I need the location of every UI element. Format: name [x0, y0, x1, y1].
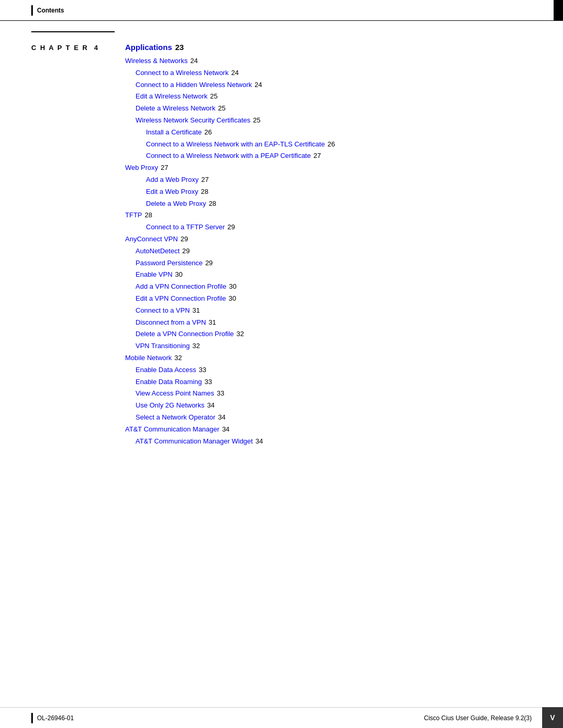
toc-link-6[interactable]: Install a Certificate — [146, 127, 202, 138]
toc-page-21: 31 — [192, 305, 200, 316]
toc-item-23: Delete a VPN Connection Profile32 — [125, 329, 532, 340]
toc-page-32: 34 — [255, 436, 263, 447]
toc-item-7: Connect to a Wireless Network with an EA… — [125, 139, 532, 150]
toc-item-18: Enable VPN30 — [125, 269, 532, 280]
toc-link-29[interactable]: Use Only 2G Networks — [136, 400, 204, 411]
toc-page-4: 25 — [218, 103, 225, 114]
footer-ol-number: OL-26946-01 — [37, 714, 74, 722]
toc-page-18: 30 — [175, 269, 182, 280]
toc-page-11: 28 — [201, 187, 208, 198]
header-contents-label: Contents — [37, 7, 64, 14]
toc-page-9: 27 — [161, 163, 168, 174]
toc-link-26[interactable]: Enable Data Access — [136, 365, 196, 376]
toc-link-22[interactable]: Disconnect from a VPN — [136, 317, 206, 328]
toc-link-16[interactable]: AutoNetDetect — [136, 246, 180, 257]
toc-item-0: Wireless & Networks24 — [125, 56, 532, 67]
chapter-title[interactable]: Applications — [125, 43, 172, 52]
header-bar — [31, 5, 33, 16]
toc-link-15[interactable]: AnyConnect VPN — [125, 234, 178, 245]
toc-item-24: VPN Transitioning32 — [125, 341, 532, 352]
toc-item-32: AT&T Communication Manager Widget34 — [125, 436, 532, 447]
toc-link-32[interactable]: AT&T Communication Manager Widget — [136, 436, 253, 447]
toc-link-0[interactable]: Wireless & Networks — [125, 56, 188, 67]
toc-link-31[interactable]: AT&T Communication Manager — [125, 424, 219, 435]
toc-page-14: 29 — [227, 222, 235, 233]
toc-link-9[interactable]: Web Proxy — [125, 163, 158, 174]
toc-link-17[interactable]: Password Persistence — [136, 258, 203, 269]
toc-item-6: Install a Certificate26 — [125, 127, 532, 138]
toc-container: Wireless & Networks24Connect to a Wirele… — [125, 56, 532, 447]
toc-page-8: 27 — [313, 151, 321, 162]
toc-page-1: 24 — [231, 68, 238, 79]
toc-page-7: 26 — [327, 139, 335, 150]
toc-item-11: Edit a Web Proxy28 — [125, 187, 532, 198]
toc-item-27: Enable Data Roaming33 — [125, 377, 532, 388]
toc-link-18[interactable]: Enable VPN — [136, 269, 173, 280]
toc-item-29: Use Only 2G Networks34 — [125, 400, 532, 411]
toc-item-19: Add a VPN Connection Profile30 — [125, 281, 532, 292]
toc-item-31: AT&T Communication Manager34 — [125, 424, 532, 435]
toc-link-28[interactable]: View Access Point Names — [136, 388, 214, 399]
toc-item-10: Add a Web Proxy27 — [125, 175, 532, 186]
toc-item-9: Web Proxy27 — [125, 163, 532, 174]
toc-link-1[interactable]: Connect to a Wireless Network — [136, 68, 228, 79]
main-content: C H A P T E R 4 Applications 23 Wireless… — [31, 31, 532, 702]
toc-link-4[interactable]: Delete a Wireless Network — [136, 103, 215, 114]
toc-link-24[interactable]: VPN Transitioning — [136, 341, 190, 352]
toc-link-3[interactable]: Edit a Wireless Network — [136, 91, 207, 102]
footer-bar — [31, 713, 33, 723]
toc-item-25: Mobile Network32 — [125, 353, 532, 364]
toc-link-27[interactable]: Enable Data Roaming — [136, 377, 202, 388]
toc-page-10: 27 — [201, 175, 209, 186]
toc-item-13: TFTP28 — [125, 210, 532, 221]
toc-page-28: 33 — [217, 388, 224, 399]
toc-page-26: 33 — [199, 365, 206, 376]
toc-item-17: Password Persistence29 — [125, 258, 532, 269]
toc-item-30: Select a Network Operator34 — [125, 412, 532, 423]
toc-link-7[interactable]: Connect to a Wireless Network with an EA… — [146, 139, 325, 150]
toc-link-12[interactable]: Delete a Web Proxy — [146, 199, 206, 209]
toc-link-8[interactable]: Connect to a Wireless Network with a PEA… — [146, 151, 311, 162]
toc-item-8: Connect to a Wireless Network with a PEA… — [125, 151, 532, 162]
toc-item-20: Edit a VPN Connection Profile30 — [125, 293, 532, 304]
toc-link-11[interactable]: Edit a Web Proxy — [146, 187, 198, 198]
toc-page-17: 29 — [205, 258, 213, 269]
toc-link-30[interactable]: Select a Network Operator — [136, 412, 215, 423]
toc-item-2: Connect to a Hidden Wireless Network24 — [125, 80, 532, 91]
toc-page-3: 25 — [210, 91, 217, 102]
toc-item-3: Edit a Wireless Network25 — [125, 91, 532, 102]
toc-page-6: 26 — [204, 127, 212, 138]
toc-page-31: 34 — [222, 424, 229, 435]
toc-link-25[interactable]: Mobile Network — [125, 353, 172, 364]
toc-item-4: Delete a Wireless Network25 — [125, 103, 532, 114]
toc-item-5: Wireless Network Security Certificates25 — [125, 115, 532, 126]
toc-page-29: 34 — [207, 400, 214, 411]
toc-link-10[interactable]: Add a Web Proxy — [146, 175, 199, 186]
toc-item-26: Enable Data Access33 — [125, 365, 532, 376]
toc-page-20: 30 — [228, 293, 236, 304]
toc-page-16: 29 — [182, 246, 190, 257]
toc-page-13: 28 — [145, 210, 152, 221]
toc-link-23[interactable]: Delete a VPN Connection Profile — [136, 329, 234, 340]
toc-link-19[interactable]: Add a VPN Connection Profile — [136, 281, 226, 292]
toc-item-12: Delete a Web Proxy28 — [125, 199, 532, 209]
page-footer: OL-26946-01 Cisco Cius User Guide, Relea… — [0, 707, 563, 728]
toc-link-5[interactable]: Wireless Network Security Certificates — [136, 115, 250, 126]
toc-page-5: 25 — [253, 115, 260, 126]
toc-page-2: 24 — [254, 80, 262, 91]
toc-page-0: 24 — [190, 56, 198, 67]
toc-page-15: 29 — [180, 234, 188, 245]
toc-link-21[interactable]: Connect to a VPN — [136, 305, 190, 316]
chapter-divider — [31, 31, 115, 32]
toc-link-13[interactable]: TFTP — [125, 210, 142, 221]
toc-link-2[interactable]: Connect to a Hidden Wireless Network — [136, 80, 252, 91]
toc-page-30: 34 — [218, 412, 225, 423]
toc-link-14[interactable]: Connect to a TFTP Server — [146, 222, 225, 233]
toc-page-23: 32 — [237, 329, 244, 340]
toc-link-20[interactable]: Edit a VPN Connection Profile — [136, 293, 226, 304]
toc-page-22: 31 — [209, 317, 216, 328]
chapter-row: C H A P T E R 4 Applications 23 — [31, 43, 532, 52]
toc-page-19: 30 — [229, 281, 236, 292]
toc-page-12: 28 — [209, 199, 216, 209]
toc-item-1: Connect to a Wireless Network24 — [125, 68, 532, 79]
